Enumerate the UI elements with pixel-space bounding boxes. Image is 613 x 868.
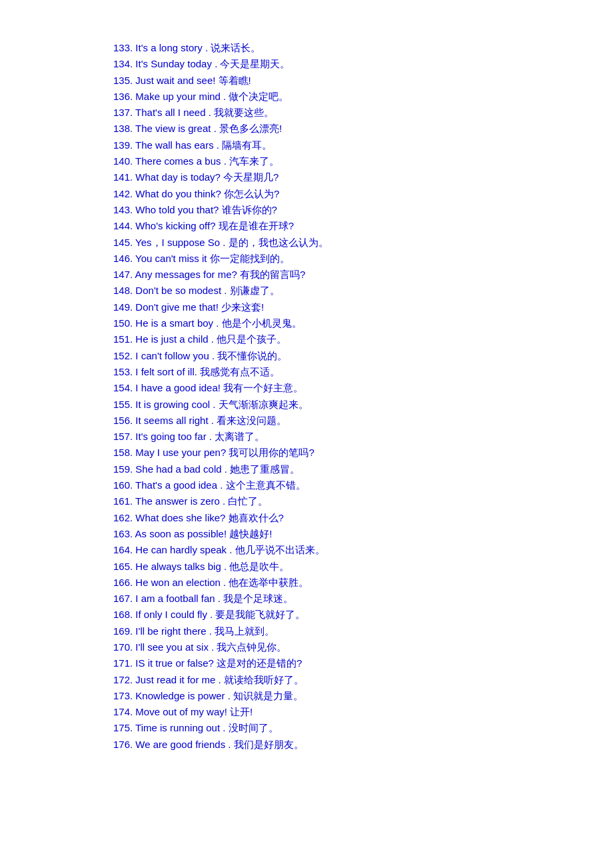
- list-item: 167. I am a football fan . 我是个足球迷。: [113, 591, 613, 607]
- list-item: 160. That's a good idea . 这个主意真不错。: [113, 477, 613, 493]
- list-item: 147. Any messages for me? 有我的留言吗?: [113, 267, 613, 283]
- list-item: 161. The answer is zero . 白忙了。: [113, 493, 613, 509]
- list-item: 165. He always talks big . 他总是吹牛。: [113, 559, 613, 575]
- list-item: 169. I'll be right there . 我马上就到。: [113, 623, 613, 639]
- list-item: 163. As soon as possible! 越快越好!: [113, 526, 613, 542]
- list-item: 142. What do you think? 你怎么认为?: [113, 186, 613, 202]
- list-item: 174. Move out of my way! 让开!: [113, 704, 613, 720]
- list-item: 150. He is a smart boy . 他是个小机灵鬼。: [113, 315, 613, 331]
- list-item: 159. She had a bad cold . 她患了重感冒。: [113, 461, 613, 477]
- list-item: 172. Just read it for me . 就读给我听好了。: [113, 672, 613, 688]
- list-item: 157. It's going too far . 太离谱了。: [113, 429, 613, 445]
- list-item: 133. It's a long story . 说来话长。: [113, 40, 613, 56]
- list-item: 149. Don't give me that! 少来这套!: [113, 299, 613, 315]
- phrase-list: 133. It's a long story . 说来话长。134. It's …: [113, 40, 613, 753]
- list-item: 148. Don't be so modest . 别谦虚了。: [113, 283, 613, 299]
- list-item: 137. That's all I need . 我就要这些。: [113, 105, 613, 121]
- list-item: 166. He won an election . 他在选举中获胜。: [113, 575, 613, 591]
- list-item: 138. The view is great . 景色多么漂亮!: [113, 121, 613, 137]
- list-item: 136. Make up your mind . 做个决定吧。: [113, 89, 613, 105]
- list-item: 155. It is growing cool . 天气渐渐凉爽起来。: [113, 397, 613, 413]
- list-item: 144. Who's kicking off? 现在是谁在开球?: [113, 218, 613, 234]
- list-item: 153. I felt sort of ill. 我感觉有点不适。: [113, 364, 613, 380]
- list-item: 152. I can't follow you . 我不懂你说的。: [113, 348, 613, 364]
- list-item: 170. I'll see you at six . 我六点钟见你。: [113, 639, 613, 655]
- list-item: 151. He is just a child . 他只是个孩子。: [113, 331, 613, 347]
- list-item: 173. Knowledge is power . 知识就是力量。: [113, 688, 613, 704]
- list-item: 156. It seems all right . 看来这没问题。: [113, 413, 613, 429]
- list-item: 176. We are good friends . 我们是好朋友。: [113, 737, 613, 753]
- list-item: 164. He can hardly speak . 他几乎说不出话来。: [113, 542, 613, 558]
- list-item: 145. Yes，I suppose So . 是的，我也这么认为。: [113, 235, 613, 251]
- list-item: 140. There comes a bus . 汽车来了。: [113, 153, 613, 169]
- list-item: 146. You can't miss it 你一定能找到的。: [113, 251, 613, 267]
- list-item: 135. Just wait and see! 等着瞧!: [113, 73, 613, 89]
- list-item: 168. If only I could fly . 要是我能飞就好了。: [113, 607, 613, 623]
- list-item: 158. May I use your pen? 我可以用你的笔吗?: [113, 445, 613, 461]
- list-item: 134. It's Sunday today . 今天是星期天。: [113, 56, 613, 72]
- list-item: 162. What does she like? 她喜欢什么?: [113, 510, 613, 526]
- list-item: 175. Time is running out . 没时间了。: [113, 720, 613, 736]
- list-item: 143. Who told you that? 谁告诉你的?: [113, 202, 613, 218]
- list-item: 154. I have a good idea! 我有一个好主意。: [113, 380, 613, 396]
- list-item: 141. What day is today? 今天星期几?: [113, 169, 613, 185]
- list-item: 171. IS it true or false? 这是对的还是错的?: [113, 655, 613, 671]
- list-item: 139. The wall has ears . 隔墙有耳。: [113, 137, 613, 153]
